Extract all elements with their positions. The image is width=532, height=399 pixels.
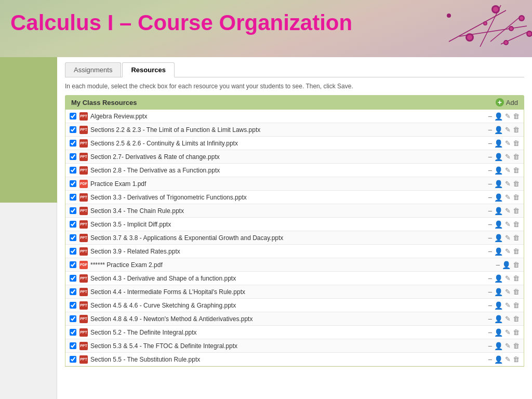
edit-button[interactable]: ✎: [505, 112, 511, 120]
delete-button[interactable]: 🗑: [513, 180, 520, 188]
resource-checkbox[interactable]: [70, 194, 76, 201]
resource-checkbox[interactable]: [70, 140, 76, 147]
dash: –: [488, 234, 492, 242]
resource-checkbox[interactable]: [70, 126, 76, 133]
edit-button[interactable]: ✎: [505, 153, 511, 161]
resource-checkbox[interactable]: [70, 288, 76, 295]
edit-button[interactable]: ✎: [505, 220, 511, 228]
pptx-icon: PPT: [79, 342, 88, 350]
row-actions: ✎ 🗑: [505, 220, 520, 228]
dash: –: [488, 220, 492, 228]
resource-checkbox[interactable]: [70, 342, 76, 349]
edit-button[interactable]: ✎: [505, 301, 511, 309]
delete-button[interactable]: 🗑: [513, 166, 520, 174]
row-actions: ✎ 🗑: [505, 139, 520, 147]
delete-button[interactable]: 🗑: [513, 315, 520, 323]
edit-button[interactable]: ✎: [505, 288, 511, 296]
resource-icon: PPT: [79, 166, 88, 175]
resource-icon: PPT: [79, 287, 88, 297]
delete-button[interactable]: 🗑: [513, 274, 520, 282]
delete-button[interactable]: 🗑: [513, 247, 520, 255]
resource-icon: PPT: [79, 341, 88, 351]
add-button[interactable]: + Add: [496, 98, 518, 107]
edit-button[interactable]: ✎: [505, 355, 511, 363]
dash: –: [488, 207, 492, 215]
row-actions: ✎ 🗑: [505, 112, 520, 120]
resource-checkbox[interactable]: [70, 234, 76, 241]
resource-checkbox[interactable]: [70, 167, 76, 174]
svg-point-8: [493, 7, 498, 12]
resource-checkbox[interactable]: [70, 153, 76, 160]
delete-button[interactable]: 🗑: [513, 342, 520, 350]
resource-list: PPT Algebra Review.pptx – 👤 ✎ 🗑 PPT Sect…: [65, 110, 524, 367]
resource-checkbox[interactable]: [70, 261, 76, 268]
edit-button[interactable]: ✎: [505, 247, 511, 255]
resource-checkbox[interactable]: [70, 207, 76, 214]
resource-checkbox[interactable]: [70, 248, 76, 255]
row-actions: ✎ 🗑: [505, 355, 520, 363]
dash: –: [496, 261, 500, 269]
delete-button[interactable]: 🗑: [513, 328, 520, 336]
resource-row: PPT Section 2.7- Derivatives & Rate of c…: [65, 150, 524, 164]
edit-button[interactable]: ✎: [505, 180, 511, 188]
resource-checkbox[interactable]: [70, 180, 76, 187]
resource-icon: PPT: [79, 301, 88, 310]
edit-button[interactable]: ✎: [505, 342, 511, 350]
delete-button[interactable]: 🗑: [513, 112, 520, 120]
resource-name: Section 5.2 - The Definite Integral.pptx: [90, 329, 486, 336]
delete-button[interactable]: 🗑: [513, 288, 520, 296]
edit-button[interactable]: ✎: [505, 139, 511, 147]
dash: –: [488, 153, 492, 161]
edit-button[interactable]: ✎: [505, 328, 511, 336]
edit-button[interactable]: ✎: [505, 166, 511, 174]
edit-button[interactable]: ✎: [505, 234, 511, 242]
resource-name: Practice Exam 1.pdf: [90, 180, 486, 188]
delete-button[interactable]: 🗑: [513, 153, 520, 161]
delete-button[interactable]: 🗑: [513, 193, 520, 201]
person-icon: 👤: [494, 207, 503, 215]
tab-assignments[interactable]: Assignments: [65, 62, 121, 77]
delete-button[interactable]: 🗑: [513, 126, 520, 134]
resource-icon: PPT: [79, 314, 88, 324]
resource-checkbox[interactable]: [70, 221, 76, 228]
edit-button[interactable]: ✎: [505, 126, 511, 134]
delete-button[interactable]: 🗑: [513, 301, 520, 309]
person-icon: 👤: [494, 328, 503, 337]
person-icon: 👤: [494, 288, 503, 296]
resource-checkbox[interactable]: [70, 302, 76, 309]
pptx-icon: PPT: [79, 166, 88, 175]
delete-button[interactable]: 🗑: [513, 139, 520, 147]
resource-row: PPT Sections 2.2 & 2.3 - The Limit of a …: [65, 123, 524, 137]
resource-icon: PPT: [79, 247, 88, 256]
resource-checkbox[interactable]: [70, 329, 76, 336]
edit-button[interactable]: ✎: [505, 274, 511, 282]
resource-icon: PPT: [79, 152, 88, 162]
svg-point-17: [447, 14, 451, 18]
resource-checkbox[interactable]: [70, 275, 76, 282]
dash: –: [488, 274, 492, 282]
resource-checkbox[interactable]: [70, 315, 76, 322]
edit-button[interactable]: ✎: [505, 207, 511, 215]
resource-row: PPT Section 3.3 - Derivatives of Trigono…: [65, 191, 524, 204]
person-icon: 👤: [494, 342, 503, 350]
delete-button[interactable]: 🗑: [513, 261, 520, 269]
delete-button[interactable]: 🗑: [513, 234, 520, 242]
resource-row: PPT Section 2.8 - The Derivative as a Fu…: [65, 164, 524, 177]
resource-name: Section 3.5 - Implicit Diff.pptx: [90, 221, 486, 228]
tab-resources[interactable]: Resources: [122, 62, 174, 77]
resource-icon: PPT: [79, 112, 88, 121]
edit-button[interactable]: ✎: [505, 315, 511, 323]
resource-row: PPT Section 4.8 & 4.9 - Newton's Method …: [65, 312, 524, 326]
resource-checkbox[interactable]: [70, 356, 76, 363]
delete-button[interactable]: 🗑: [513, 355, 520, 363]
resource-name: Section 4.8 & 4.9 - Newton's Method & An…: [90, 315, 486, 323]
resource-row: PPT Section 4.5 & 4.6 - Curve Sketching …: [65, 299, 524, 312]
pptx-icon: PPT: [79, 126, 88, 134]
delete-button[interactable]: 🗑: [513, 207, 520, 215]
sidebar-green-block: [0, 57, 57, 203]
delete-button[interactable]: 🗑: [513, 220, 520, 228]
svg-point-19: [510, 27, 513, 30]
resource-checkbox[interactable]: [70, 113, 76, 119]
resource-name: Section 2.7- Derivatives & Rate of chang…: [90, 153, 486, 161]
edit-button[interactable]: ✎: [505, 193, 511, 201]
